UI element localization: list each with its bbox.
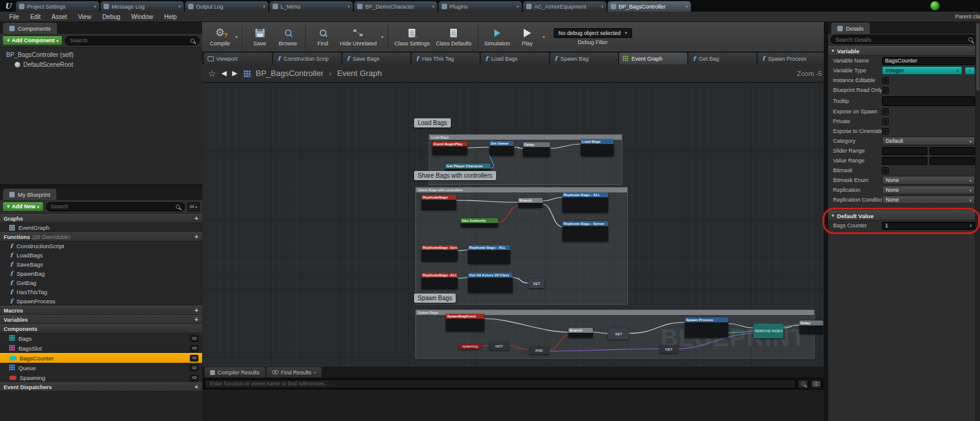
doc-tab-has-this-tag[interactable]: fHas This Tag: [412, 53, 480, 64]
category-dropdown[interactable]: Default▾: [882, 137, 975, 145]
add-icon[interactable]: +: [195, 384, 198, 390]
graph-node-set-owner[interactable]: Set Owner: [489, 141, 514, 156]
tooltip-input[interactable]: [882, 96, 975, 106]
bp-item-loadbags[interactable]: fLoadBags: [0, 251, 202, 260]
graph-node-replicatebags[interactable]: ReplicateBags: [421, 195, 456, 210]
graph-node-spawnbagevent[interactable]: SpawnBagEvent: [446, 314, 484, 332]
blueprint-read-only-checkbox[interactable]: [882, 87, 889, 94]
eye-icon[interactable]: [190, 374, 198, 381]
graph-node-replicatebags-all[interactable]: ReplicateBags -ALL: [421, 273, 458, 289]
details-section-variable[interactable]: ▾Variable: [828, 46, 980, 56]
find-references-input[interactable]: Enter function or event name to find ref…: [205, 379, 796, 389]
graph-node-not[interactable]: NOT: [489, 342, 510, 350]
tree-item[interactable]: BP_BagsController (self): [0, 50, 202, 59]
play-options-chevron-icon[interactable]: ▾: [541, 34, 546, 40]
spinner-icon[interactable]: ▲▼: [970, 224, 972, 228]
tree-item[interactable]: DefaultSceneRoot: [0, 59, 202, 69]
range-min-input[interactable]: [882, 147, 927, 155]
graph-node-delay[interactable]: Delay: [523, 142, 550, 157]
add-icon[interactable]: +: [195, 307, 198, 314]
bp-item-constructionscript[interactable]: fConstructionScript: [0, 241, 202, 251]
components-search-input[interactable]: Search: [65, 36, 200, 45]
section-macros[interactable]: Macros+: [0, 306, 202, 315]
save-button[interactable]: Save: [246, 23, 274, 51]
window-tab-project-settings[interactable]: Project Settings▾: [16, 1, 99, 12]
section-variables[interactable]: Variables+: [0, 315, 202, 324]
graph-node-replicatebags-server[interactable]: ReplicateBags -Server: [421, 245, 458, 262]
menu-asset[interactable]: Asset: [46, 13, 72, 20]
vertical-splitter[interactable]: [824, 22, 828, 421]
tab-components[interactable]: Components: [3, 23, 57, 34]
doc-tab-spawn-process[interactable]: fSpawn Process: [758, 53, 826, 64]
hide-unrelated-chevron-icon[interactable]: ▾: [380, 34, 385, 40]
doc-tab-load-bags[interactable]: fLoad Bags: [481, 53, 549, 64]
graph-node-get[interactable]: GET: [660, 345, 678, 353]
graph-node-spawn-process[interactable]: Spawn Process: [685, 317, 728, 338]
bitmask-enum-dropdown[interactable]: None▾: [882, 176, 975, 184]
bp-item-getbag[interactable]: fGetBag: [0, 278, 202, 287]
window-tab-plugins[interactable]: Plugins▾: [439, 1, 522, 12]
debug-object-dropdown[interactable]: No debug object selected ▾: [554, 28, 632, 38]
bp-item-bagsslot[interactable]: BagsSlot: [0, 343, 202, 353]
back-arrow-icon[interactable]: ◀: [222, 69, 227, 77]
eye-icon[interactable]: [190, 355, 198, 362]
graph-node-and[interactable]: AND: [529, 346, 549, 354]
graph-node-get-all-actors-of-class[interactable]: Get All Actors Of Class: [468, 273, 513, 293]
scrollbar-thumb[interactable]: [976, 23, 979, 91]
menu-window[interactable]: Window: [126, 13, 159, 20]
compile-options-chevron-icon[interactable]: ▾: [234, 34, 239, 40]
range-min-input[interactable]: [882, 157, 927, 165]
comment-zoom-label[interactable]: Spawn Bags: [414, 294, 456, 303]
eye-icon[interactable]: [190, 335, 198, 342]
graph-node-replicate-bags-all[interactable]: Replicate Bags - ALL: [562, 192, 608, 213]
compile-button[interactable]: ⚙? Compile: [206, 23, 234, 51]
eye-icon[interactable]: [190, 365, 198, 371]
range-max-input[interactable]: [930, 147, 975, 155]
tab-my-blueprint[interactable]: My Blueprint: [3, 189, 56, 200]
graph-node-set[interactable]: SET: [529, 279, 545, 288]
graph-node-replicate-bags-server[interactable]: Replicate Bags - Server: [562, 221, 608, 241]
menu-help[interactable]: Help: [159, 13, 183, 20]
doc-tab-viewport[interactable]: Viewport: [204, 53, 272, 64]
search-button[interactable]: [798, 379, 809, 389]
window-tab-message-log[interactable]: Message Log▾: [100, 1, 184, 12]
view-options-button[interactable]: ▾: [187, 202, 200, 211]
details-section-default-value[interactable]: ▾Default Value: [828, 211, 980, 221]
window-tab-ac-armorequipment[interactable]: AC_ArmorEquipment▾: [523, 1, 606, 12]
tab-find-results[interactable]: Find Results ▾: [266, 367, 322, 377]
graph-node-spawning[interactable]: spawning: [459, 343, 481, 349]
graph-node-event-beginplay[interactable]: Event BeginPlay: [432, 142, 467, 155]
bp-item-spawnprocess[interactable]: fSpawnProcess: [0, 297, 202, 306]
graph-canvas[interactable]: BLUEPRINT Load BagsShare Bags with contr…: [202, 83, 824, 366]
find-in-blueprints-button[interactable]: [811, 379, 821, 389]
doc-tab-event-graph[interactable]: Event Graph: [619, 53, 687, 64]
class-defaults-button[interactable]: Class Defaults: [433, 23, 475, 51]
section-graphs[interactable]: Graphs+: [0, 214, 202, 223]
add-new-button[interactable]: + Add New ▾: [2, 202, 43, 211]
simulation-button[interactable]: Simulation: [481, 23, 513, 51]
variable-type-dropdown[interactable]: Integer▾: [882, 66, 962, 75]
window-tab-l-menu[interactable]: L_Menu▾: [270, 1, 353, 12]
range-max-input[interactable]: [930, 157, 975, 165]
graph-node-load-bags[interactable]: Load Bags: [581, 139, 614, 156]
doc-tab-get-bag[interactable]: fGet Bag: [688, 53, 756, 64]
private-checkbox[interactable]: [882, 118, 889, 125]
breadcrumb-current[interactable]: Event Graph: [337, 69, 382, 78]
bitmask-checkbox[interactable]: [882, 167, 889, 174]
container-type-button[interactable]: ▾: [965, 67, 975, 75]
bp-item-savebags[interactable]: fSaveBags: [0, 260, 202, 269]
add-icon[interactable]: +: [195, 316, 198, 323]
doc-tab-construction-scrip[interactable]: fConstruction Scrip: [273, 53, 341, 64]
add-icon[interactable]: +: [195, 215, 198, 222]
class-settings-button[interactable]: Class Settings: [391, 23, 433, 51]
graph-node-branch[interactable]: Branch: [518, 198, 543, 208]
bp-item-spawning[interactable]: Spawning: [0, 373, 202, 382]
instance-editable-checkbox[interactable]: [882, 77, 889, 84]
variable-name-input[interactable]: BagsCounter: [882, 57, 975, 65]
panel-splitter[interactable]: [0, 184, 202, 188]
section-functions[interactable]: Functions(20 Overridable)+: [0, 232, 202, 241]
breadcrumb-root[interactable]: BP_BagsController: [256, 69, 324, 78]
replication-dropdown[interactable]: None▾: [882, 186, 975, 194]
green-sphere-icon[interactable]: [930, 1, 940, 10]
window-tab-output-log[interactable]: Output Log▾: [185, 1, 268, 12]
